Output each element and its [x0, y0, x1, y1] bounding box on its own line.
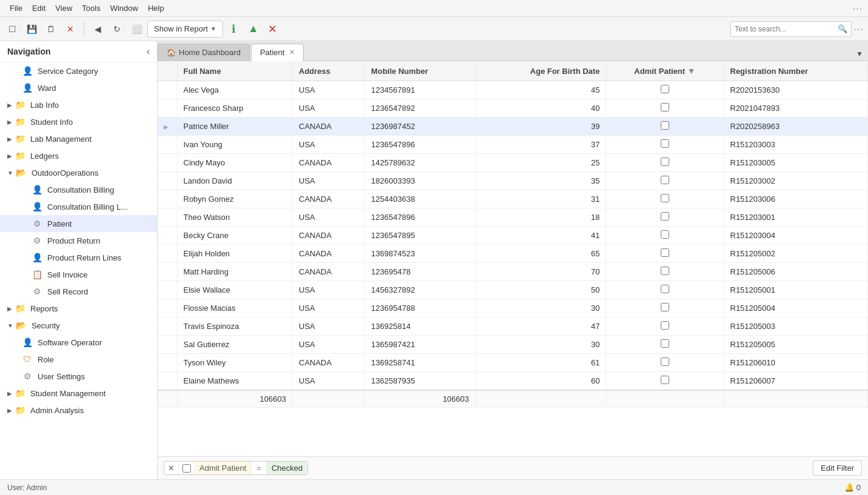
- sidebar-item-role[interactable]: 🛡 Role: [0, 351, 157, 368]
- sidebar-group-ledgers[interactable]: ▶ 📁 Ledgers: [0, 147, 157, 164]
- info-button[interactable]: ℹ: [225, 21, 242, 38]
- new-button[interactable]: ☐: [4, 21, 21, 38]
- expand-cell: [158, 245, 177, 263]
- table-row[interactable]: Ivan Young USA 1236547896 37 R151203003: [158, 136, 868, 154]
- sidebar-item-software-operator[interactable]: 👤 Software Operator: [0, 334, 157, 351]
- cell-age: 35: [475, 172, 606, 190]
- sidebar-item-ward[interactable]: 👤 Ward: [0, 79, 157, 96]
- menu-tools[interactable]: Tools: [77, 2, 105, 14]
- tab-home-dashboard[interactable]: 🏠 Home Dashboard: [158, 44, 250, 61]
- sidebar-group-reports[interactable]: ▶ 📁 Reports: [0, 300, 157, 317]
- table-row[interactable]: Travis Espinoza USA 136925814 47 R151205…: [158, 317, 868, 336]
- filter-remove-button[interactable]: ✕: [164, 462, 179, 474]
- menu-edit[interactable]: Edit: [27, 2, 50, 14]
- admit-checkbox[interactable]: [661, 357, 669, 366]
- back-button[interactable]: ◀: [89, 21, 106, 38]
- cell-age: 18: [475, 208, 606, 227]
- admit-checkbox[interactable]: [661, 303, 669, 311]
- save-button[interactable]: 💾: [23, 21, 40, 38]
- cell-mobile: 1362587935: [365, 372, 475, 391]
- admit-checkbox[interactable]: [661, 267, 669, 275]
- sidebar-group-security[interactable]: ▼ 📂 Security: [0, 317, 157, 334]
- sidebar-item-product-return[interactable]: ⚙ Product Return: [0, 232, 157, 249]
- discard-button[interactable]: 🗒: [42, 21, 59, 38]
- tab-close-icon[interactable]: ✕: [289, 48, 295, 56]
- sidebar-item-service-category[interactable]: 👤 Service Category: [0, 62, 157, 79]
- admit-checkbox[interactable]: [661, 212, 669, 221]
- table-row[interactable]: Alec Vega USA 1234567891 45 R2020153630: [158, 81, 868, 99]
- table-row[interactable]: Becky Crane CANADA 1236547895 41 R151203…: [158, 227, 868, 245]
- search-icon[interactable]: 🔍: [838, 24, 847, 33]
- admit-checkbox[interactable]: [661, 248, 669, 257]
- sidebar-group-outdoor-operations[interactable]: ▼ 📂 OutdoorOperations: [0, 164, 157, 181]
- sidebar-group-lab-management[interactable]: ▶ 📁 Lab Management: [0, 130, 157, 147]
- close-red-button[interactable]: ✕: [264, 21, 281, 38]
- admit-checkbox[interactable]: [661, 158, 669, 166]
- table-row[interactable]: Landon David USA 1826003393 35 R15120300…: [158, 172, 868, 190]
- table-row[interactable]: Tyson Wiley CANADA 1369258741 61 R151206…: [158, 354, 868, 372]
- sidebar-label-lab-info: Lab Info: [30, 101, 150, 110]
- menu-help[interactable]: Help: [143, 2, 169, 14]
- sidebar-group-lab-info[interactable]: ▶ 📁 Lab Info: [0, 96, 157, 113]
- person-icon: 👤: [32, 184, 42, 195]
- sidebar-group-student-management[interactable]: ▶ 📁 Student Management: [0, 385, 157, 402]
- admit-checkbox[interactable]: [661, 194, 669, 202]
- sidebar-item-sell-invoice[interactable]: 📋 Sell Invoice: [0, 266, 157, 283]
- sidebar-group-admin-analysis[interactable]: ▶ 📁 Admin Analysis: [0, 402, 157, 419]
- toolbar-more-icon[interactable]: ···: [854, 24, 864, 33]
- popup-button[interactable]: ⬜: [128, 21, 145, 38]
- admit-checkbox[interactable]: [661, 85, 669, 93]
- search-input[interactable]: [735, 25, 838, 33]
- admit-checkbox[interactable]: [661, 121, 669, 130]
- sidebar-item-consultation-billing[interactable]: 👤 Consultation Billing: [0, 181, 157, 198]
- table-row[interactable]: Elijah Holden CANADA 1369874523 65 R1512…: [158, 245, 868, 263]
- sidebar-group-student-info[interactable]: ▶ 📁 Student Info: [0, 113, 157, 130]
- show-report-button[interactable]: Show in Report ▼: [147, 21, 223, 38]
- sidebar-item-user-settings[interactable]: ⚙ User Settings: [0, 368, 157, 385]
- table-row[interactable]: Flossie Macias USA 1236954788 30 R151205…: [158, 299, 868, 317]
- footer-notification[interactable]: 🔔 0: [844, 483, 861, 492]
- cell-reg: R151205003: [724, 317, 868, 336]
- menu-window[interactable]: Window: [105, 2, 143, 14]
- table-row[interactable]: Elsie Wallace USA 1456327892 50 R1512050…: [158, 281, 868, 299]
- admit-checkbox[interactable]: [661, 285, 669, 293]
- cell-name: Flossie Macias: [177, 299, 293, 317]
- sidebar-item-patient[interactable]: ⚙ Patient: [0, 215, 157, 232]
- admit-checkbox[interactable]: [661, 230, 669, 239]
- table-row[interactable]: Robyn Gomez CANADA 1254403638 31 R151203…: [158, 190, 868, 208]
- sidebar-item-product-return-lines[interactable]: 👤 Product Return Lines: [0, 249, 157, 266]
- admit-checkbox[interactable]: [661, 139, 669, 148]
- cell-mobile: 1236547892: [365, 99, 475, 118]
- filter-value-button[interactable]: Checked: [267, 462, 307, 474]
- admit-checkbox[interactable]: [661, 176, 669, 184]
- table-row[interactable]: Sal Gutierrez USA 1365987421 30 R1512050…: [158, 336, 868, 354]
- table-row[interactable]: Matt Harding CANADA 123695478 70 R151205…: [158, 263, 868, 281]
- sidebar-item-sell-record[interactable]: ⚙ Sell Record: [0, 283, 157, 300]
- up-button[interactable]: ▲: [245, 21, 262, 38]
- table-row[interactable]: Elaine Mathews USA 1362587935 60 R151206…: [158, 372, 868, 391]
- tab-patient[interactable]: Patient ✕: [251, 44, 304, 61]
- table-row[interactable]: ▶ Patrice Miller CANADA 1236987452 39 R2…: [158, 118, 868, 136]
- edit-filter-button[interactable]: Edit Filter: [813, 460, 862, 476]
- filter-checkbox[interactable]: [179, 462, 195, 474]
- admit-checkbox[interactable]: [661, 103, 669, 111]
- menu-file[interactable]: File: [5, 2, 27, 14]
- tab-scroll-button[interactable]: ▼: [851, 47, 868, 61]
- table-row[interactable]: Francesco Sharp USA 1236547892 40 R20210…: [158, 99, 868, 118]
- admit-checkbox[interactable]: [661, 339, 669, 348]
- table-row[interactable]: Cindy Mayo CANADA 1425789632 25 R1512030…: [158, 154, 868, 172]
- filter-toggle-checkbox[interactable]: [182, 464, 191, 473]
- admit-checkbox[interactable]: [661, 376, 669, 384]
- show-report-arrow-icon: ▼: [210, 25, 216, 32]
- search-box[interactable]: 🔍: [730, 21, 852, 37]
- column-filter-icon[interactable]: ▼: [687, 66, 696, 76]
- cell-reg: R151205004: [724, 299, 868, 317]
- refresh-button[interactable]: ↻: [109, 21, 125, 38]
- admit-checkbox[interactable]: [661, 321, 669, 330]
- delete-button[interactable]: ✕: [62, 21, 79, 38]
- table-row[interactable]: Theo Watson USA 1236547896 18 R151203001: [158, 208, 868, 227]
- sidebar-item-consultation-billing-l[interactable]: 👤 Consultation Billing L...: [0, 198, 157, 215]
- menu-view[interactable]: View: [50, 2, 77, 14]
- menu-more[interactable]: ···: [853, 4, 863, 13]
- sidebar-collapse-button[interactable]: ‹: [147, 46, 150, 57]
